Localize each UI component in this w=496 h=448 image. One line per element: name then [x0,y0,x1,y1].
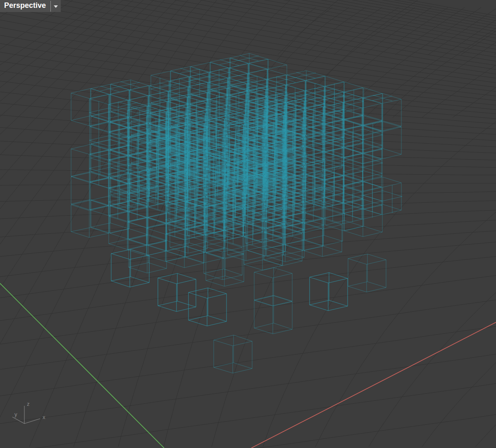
svg-text:x: x [43,414,45,420]
svg-text:y: y [14,411,17,417]
svg-text:z: z [27,401,30,407]
